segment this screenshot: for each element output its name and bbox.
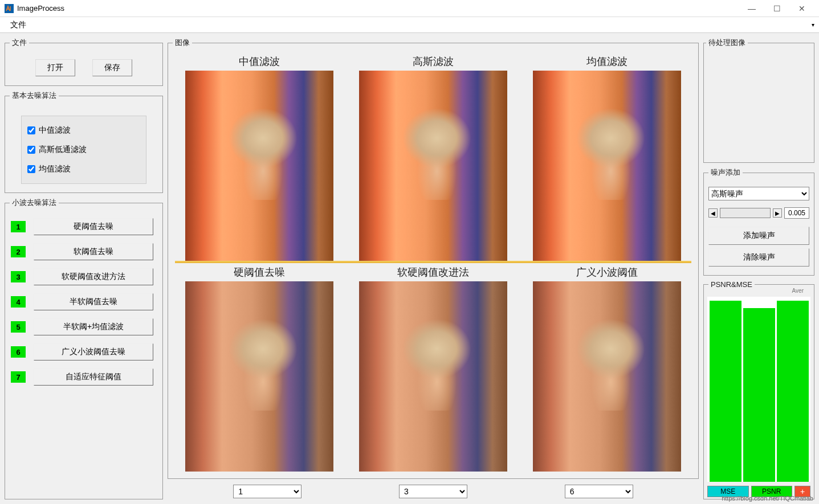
wavelet-num-2: 2 bbox=[11, 246, 26, 257]
pending-image-panel: 待处理图像 bbox=[703, 38, 814, 163]
check-mean-label: 均值滤波 bbox=[39, 164, 71, 174]
wavelet-num-7: 7 bbox=[11, 371, 26, 383]
image-r1c1 bbox=[185, 71, 333, 261]
wavelet-button-2[interactable]: 软阈值去噪 bbox=[34, 243, 153, 260]
image-cell-r1c3: 均值滤波 bbox=[522, 55, 691, 261]
noise-panel: 噪声添加 高斯噪声 ◀ ▶ 0.005 添加噪声 清除噪声 bbox=[703, 167, 814, 276]
image-title-r1c1: 中值滤波 bbox=[239, 55, 280, 68]
check-mean-box[interactable] bbox=[27, 165, 35, 173]
image-r1c2 bbox=[359, 71, 507, 261]
image-title-r1c2: 高斯滤波 bbox=[413, 55, 454, 68]
check-gaussian-label: 高斯低通滤波 bbox=[39, 145, 87, 155]
minimize-button[interactable]: — bbox=[745, 2, 759, 15]
image-cell-r2c3: 广义小波阈值 bbox=[522, 265, 691, 472]
image-selects-row: 1 3 6 bbox=[168, 479, 699, 499]
wavelet-row-6: 6广义小波阈值去噪 bbox=[10, 343, 158, 360]
select-col2[interactable]: 3 bbox=[399, 485, 467, 498]
window-title: ImageProcess bbox=[17, 4, 745, 13]
wavelet-button-3[interactable]: 软硬阈值改进方法 bbox=[34, 268, 153, 285]
image-cell-r1c1: 中值滤波 bbox=[175, 55, 344, 261]
image-title-r2c2: 软硬阈值改进法 bbox=[397, 265, 469, 279]
slider-right-arrow-icon[interactable]: ▶ bbox=[773, 208, 782, 218]
psnr-mse-panel: PSNR&MSE Aver MSE PSNR + bbox=[703, 280, 814, 499]
wavelet-row-5: 5半软阈+均值滤波 bbox=[10, 318, 158, 335]
wavelet-button-5[interactable]: 半软阈+均值滤波 bbox=[34, 318, 153, 335]
add-noise-button[interactable]: 添加噪声 bbox=[708, 227, 809, 245]
menu-file[interactable]: 文件 bbox=[6, 19, 31, 31]
noise-value[interactable]: 0.005 bbox=[784, 207, 809, 219]
chart-bar-1 bbox=[743, 308, 775, 482]
menu-indicator-icon[interactable]: ▾ bbox=[812, 22, 814, 28]
check-gaussian[interactable]: 高斯低通滤波 bbox=[27, 140, 140, 159]
wavelet-row-7: 7自适应特征阈值 bbox=[10, 368, 158, 386]
check-mean[interactable]: 均值滤波 bbox=[27, 159, 140, 179]
check-median-label: 中值滤波 bbox=[39, 125, 71, 136]
open-button[interactable]: 打开 bbox=[35, 59, 75, 76]
close-button[interactable]: ✕ bbox=[795, 2, 809, 15]
image-r2c1 bbox=[185, 281, 333, 472]
image-r2c2 bbox=[359, 281, 507, 472]
basic-panel-legend: 基本去噪算法 bbox=[10, 91, 59, 101]
image-title-r2c1: 硬阈值去噪 bbox=[234, 265, 285, 279]
image-cell-r2c1: 硬阈值去噪 bbox=[175, 265, 344, 472]
psnr-chart bbox=[707, 297, 810, 482]
wavelet-num-3: 3 bbox=[11, 271, 26, 282]
select-col3[interactable]: 6 bbox=[565, 485, 633, 498]
wavelet-row-2: 2软阈值去噪 bbox=[10, 243, 158, 260]
psnr-panel-legend: PSNR&MSE bbox=[708, 280, 755, 289]
pending-panel-legend: 待处理图像 bbox=[706, 38, 748, 48]
slider-left-arrow-icon[interactable]: ◀ bbox=[708, 208, 718, 218]
menu-bar: 文件 ▾ bbox=[0, 17, 819, 33]
check-median-box[interactable] bbox=[27, 126, 35, 134]
image-cell-r1c2: 高斯滤波 bbox=[349, 55, 518, 261]
wavelet-button-4[interactable]: 半软阈值去噪 bbox=[34, 293, 153, 310]
chart-bar-0 bbox=[710, 301, 741, 482]
clear-noise-button[interactable]: 清除噪声 bbox=[708, 248, 809, 267]
wavelet-num-4: 4 bbox=[11, 296, 26, 308]
check-median[interactable]: 中值滤波 bbox=[27, 121, 140, 140]
wavelet-row-1: 1硬阈值去噪 bbox=[10, 218, 158, 235]
wavelet-panel-legend: 小波去噪算法 bbox=[10, 198, 59, 208]
chart-bar-2 bbox=[777, 301, 809, 482]
basic-denoise-panel: 基本去噪算法 中值滤波 高斯低通滤波 均值滤波 bbox=[5, 91, 163, 193]
wavelet-row-3: 3软硬阈值改进方法 bbox=[10, 268, 158, 285]
images-panel-legend: 图像 bbox=[173, 38, 192, 48]
wavelet-num-6: 6 bbox=[11, 346, 26, 358]
image-title-r2c3: 广义小波阈值 bbox=[576, 265, 638, 279]
image-title-r1c3: 均值滤波 bbox=[586, 55, 628, 68]
images-panel: 图像 中值滤波 高斯滤波 均值滤波 硬阈值去噪 bbox=[168, 38, 699, 479]
app-icon bbox=[5, 4, 14, 13]
save-button[interactable]: 保存 bbox=[92, 59, 132, 76]
psnr-aver-label: Aver bbox=[792, 288, 804, 294]
wavelet-button-6[interactable]: 广义小波阈值去噪 bbox=[34, 343, 153, 360]
window-titlebar: ImageProcess — ☐ ✕ bbox=[0, 0, 819, 17]
wavelet-panel: 小波去噪算法 1硬阈值去噪2软阈值去噪3软硬阈值改进方法4半软阈值去噪5半软阈+… bbox=[5, 198, 163, 499]
select-col1[interactable]: 1 bbox=[233, 485, 301, 498]
wavelet-num-1: 1 bbox=[11, 221, 26, 232]
wavelet-button-1[interactable]: 硬阈值去噪 bbox=[34, 218, 153, 235]
wavelet-row-4: 4半软阈值去噪 bbox=[10, 293, 158, 310]
image-r2c3 bbox=[533, 281, 681, 472]
wavelet-num-5: 5 bbox=[11, 321, 26, 333]
maximize-button[interactable]: ☐ bbox=[770, 2, 784, 15]
legend-mse[interactable]: MSE bbox=[707, 486, 749, 497]
legend-psnr[interactable]: PSNR bbox=[751, 486, 793, 497]
noise-type-select[interactable]: 高斯噪声 bbox=[708, 187, 809, 200]
legend-plus-button[interactable]: + bbox=[794, 486, 810, 497]
file-panel-legend: 文件 bbox=[10, 38, 29, 48]
file-panel: 文件 打开 保存 bbox=[5, 38, 163, 86]
check-gaussian-box[interactable] bbox=[27, 146, 35, 154]
noise-slider[interactable] bbox=[720, 208, 771, 218]
wavelet-button-7[interactable]: 自适应特征阈值 bbox=[34, 368, 153, 386]
image-r1c3 bbox=[533, 71, 681, 261]
noise-panel-legend: 噪声添加 bbox=[708, 167, 743, 178]
image-cell-r2c2: 软硬阈值改进法 bbox=[349, 265, 518, 472]
